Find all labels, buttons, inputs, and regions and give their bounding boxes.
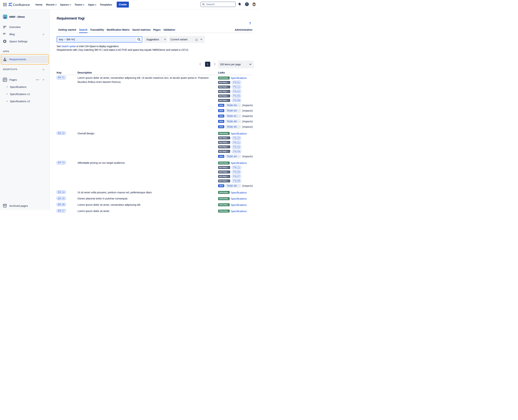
svg-text:?: ? xyxy=(246,3,248,6)
